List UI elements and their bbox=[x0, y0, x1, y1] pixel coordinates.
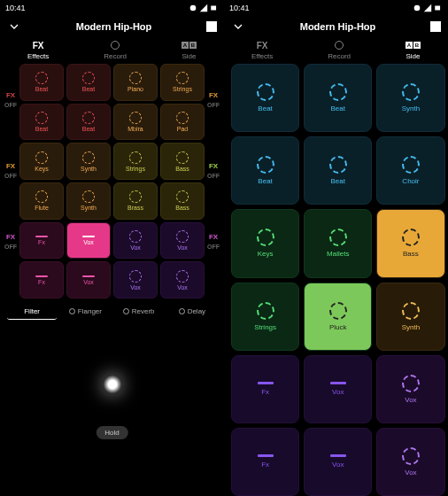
tab-effects[interactable]: FXEffects bbox=[27, 39, 49, 60]
pad[interactable]: Vox bbox=[304, 428, 372, 496]
pad[interactable]: Flute bbox=[19, 182, 64, 220]
pad[interactable]: Beat bbox=[19, 104, 64, 141]
pad[interactable]: Keys bbox=[19, 143, 64, 180]
pad[interactable]: Vox bbox=[160, 261, 205, 298]
loop-icon bbox=[129, 112, 142, 124]
fx-toggle[interactable]: FXOFF bbox=[205, 205, 222, 276]
fx-toggle[interactable]: FXOFF bbox=[2, 135, 19, 205]
loop-icon bbox=[129, 190, 142, 203]
pad[interactable]: Pluck bbox=[304, 283, 372, 351]
fx-dot-icon bbox=[123, 308, 129, 314]
tab-effects[interactable]: FXEffects bbox=[251, 39, 273, 60]
loop-icon bbox=[35, 151, 48, 164]
pad[interactable]: Vox bbox=[304, 355, 372, 423]
pad[interactable]: Fx bbox=[231, 355, 299, 423]
pad[interactable]: Pad bbox=[160, 104, 205, 141]
status-bar: 10:41 bbox=[0, 0, 224, 16]
loop-icon bbox=[35, 190, 48, 203]
loop-icon bbox=[129, 151, 142, 164]
loop-icon bbox=[176, 72, 189, 84]
tab-record[interactable]: Record bbox=[104, 39, 127, 60]
xy-handle[interactable] bbox=[103, 375, 122, 394]
pad-grid: Beat Beat Piano Strings Beat Beat Mbira … bbox=[19, 64, 205, 298]
pad[interactable]: Bass bbox=[160, 182, 205, 220]
pad[interactable]: Beat bbox=[231, 136, 299, 205]
fx-delay[interactable]: Delay bbox=[167, 304, 217, 320]
pad[interactable]: Vox bbox=[113, 222, 158, 260]
pad[interactable]: Bass bbox=[160, 143, 205, 180]
pad[interactable]: Brass bbox=[113, 182, 158, 220]
status-time: 10:41 bbox=[5, 4, 26, 12]
xy-pad[interactable]: Hold bbox=[9, 325, 215, 445]
loop-icon bbox=[35, 72, 48, 84]
pad[interactable]: Beat bbox=[304, 136, 372, 205]
pad[interactable]: Mbira bbox=[113, 104, 158, 141]
stop-button[interactable] bbox=[430, 21, 441, 32]
loop-icon bbox=[329, 156, 347, 174]
pad[interactable]: Choir bbox=[376, 136, 444, 205]
pad[interactable]: Synth bbox=[66, 182, 111, 220]
loop-icon bbox=[402, 375, 420, 392]
pad[interactable]: Fx bbox=[19, 222, 64, 260]
header: Modern Hip-Hop bbox=[0, 16, 224, 37]
pad[interactable]: Vox bbox=[376, 428, 444, 496]
loop-icon bbox=[257, 83, 274, 101]
pad[interactable]: Mallets bbox=[304, 209, 372, 277]
fx-filter[interactable]: Filter bbox=[7, 304, 57, 320]
pad[interactable]: Vox bbox=[66, 222, 111, 260]
pad-grid: Beat Beat Synth Whistle Beat Beat Choir … bbox=[224, 64, 448, 496]
pad[interactable]: Bass bbox=[376, 209, 444, 277]
oneshot-icon bbox=[82, 236, 95, 237]
loop-icon bbox=[82, 190, 95, 203]
pad[interactable]: Strings bbox=[113, 143, 158, 180]
fx-toggle[interactable]: FXOFF bbox=[205, 135, 222, 205]
pad[interactable]: Beat bbox=[66, 64, 111, 101]
loop-icon bbox=[176, 190, 189, 203]
pad[interactable]: Synth bbox=[376, 64, 444, 132]
loop-icon bbox=[176, 230, 189, 243]
pad[interactable]: Fx bbox=[19, 261, 64, 298]
chevron-down-icon[interactable] bbox=[7, 19, 21, 34]
tab-side[interactable]: ABSide bbox=[182, 39, 197, 60]
pad[interactable]: Beat bbox=[304, 64, 372, 132]
pad[interactable]: Synth bbox=[66, 143, 111, 180]
loop-icon bbox=[82, 72, 95, 84]
fx-toggle[interactable]: FXOFF bbox=[2, 64, 19, 135]
pad[interactable]: Synth bbox=[376, 283, 444, 351]
pad[interactable]: Beat bbox=[19, 64, 64, 101]
oneshot-icon bbox=[82, 275, 95, 277]
fx-column-left: FXOFF FXOFF FXOFF bbox=[2, 64, 19, 298]
chevron-down-icon[interactable] bbox=[231, 19, 245, 34]
pad[interactable]: Vox bbox=[66, 261, 111, 298]
fx-toggle[interactable]: FXOFF bbox=[205, 64, 222, 135]
hold-button[interactable]: Hold bbox=[96, 426, 127, 439]
fx-reverb[interactable]: Reverb bbox=[114, 304, 164, 320]
oneshot-icon bbox=[258, 454, 274, 457]
pad[interactable]: Beat bbox=[66, 104, 111, 141]
loop-icon bbox=[129, 230, 142, 243]
pad[interactable]: Beat bbox=[231, 64, 299, 132]
loop-icon bbox=[402, 302, 420, 320]
loop-icon bbox=[82, 151, 95, 164]
pad[interactable]: Strings bbox=[231, 283, 299, 351]
pad[interactable]: Piano bbox=[113, 64, 158, 101]
tabs: FXEffects Record ABSide bbox=[224, 37, 448, 64]
tab-record[interactable]: Record bbox=[328, 39, 351, 60]
pad[interactable]: Vox bbox=[113, 261, 158, 298]
stop-button[interactable] bbox=[206, 21, 217, 32]
pad[interactable]: Fx bbox=[231, 428, 299, 496]
loop-icon bbox=[329, 83, 347, 101]
pad[interactable]: Keys bbox=[231, 209, 299, 277]
page-title: Modern Hip-Hop bbox=[76, 21, 152, 32]
pad[interactable]: Vox bbox=[376, 355, 444, 423]
loop-icon bbox=[257, 229, 274, 246]
fx-dot-icon bbox=[69, 308, 75, 314]
fx-toggle[interactable]: FXOFF bbox=[2, 205, 19, 276]
loop-icon bbox=[402, 447, 420, 465]
loop-icon bbox=[35, 112, 48, 124]
pad[interactable]: Vox bbox=[160, 222, 205, 260]
tab-side[interactable]: ABSide bbox=[406, 39, 421, 60]
pad[interactable]: Strings bbox=[160, 64, 205, 101]
loop-icon bbox=[402, 229, 420, 246]
fx-flanger[interactable]: Flanger bbox=[60, 304, 110, 320]
